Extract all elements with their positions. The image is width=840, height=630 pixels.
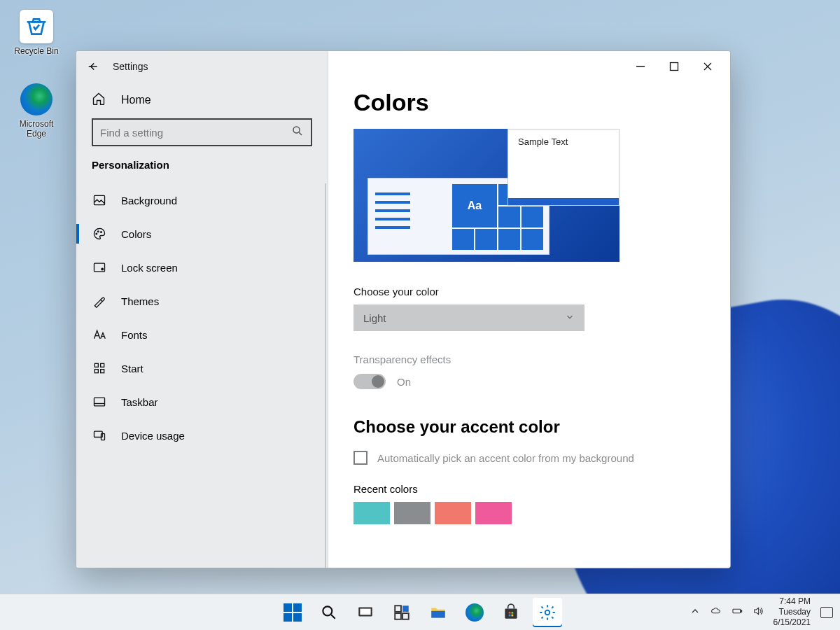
transparency-toggle[interactable] <box>354 374 386 389</box>
sidebar-item-lock-screen[interactable]: Lock screen <box>76 251 328 284</box>
battery-icon[interactable] <box>732 606 743 619</box>
auto-pick-accent-checkbox-row[interactable]: Automatically pick an accent color from … <box>354 451 705 465</box>
volume-icon[interactable] <box>752 606 764 619</box>
minimize-button[interactable] <box>635 61 646 72</box>
edge-icon <box>465 603 484 622</box>
file-explorer-button[interactable] <box>424 598 453 627</box>
search-input-wrap[interactable] <box>92 118 312 146</box>
svg-point-6 <box>102 268 104 270</box>
svg-rect-29 <box>733 609 741 612</box>
gear-icon <box>538 603 556 622</box>
svg-rect-5 <box>94 263 105 272</box>
start-icon <box>92 361 107 375</box>
settings-sidebar: Settings Home Personalization Background <box>76 51 328 568</box>
sidebar-item-colors[interactable]: Colors <box>76 217 328 251</box>
maximize-button[interactable] <box>668 61 680 72</box>
svg-rect-25 <box>512 611 514 613</box>
transparency-value: On <box>397 376 411 388</box>
edge-button[interactable] <box>460 598 489 627</box>
sidebar-item-label: Device usage <box>121 430 185 442</box>
recent-color-swatch[interactable] <box>435 502 471 524</box>
page-title: Colors <box>354 89 705 116</box>
settings-window: Settings Home Personalization Background <box>76 50 731 568</box>
desktop-icon-recycle-bin[interactable]: Recycle Bin <box>10 10 63 56</box>
tray-overflow-button[interactable] <box>690 606 701 619</box>
svg-point-15 <box>323 606 332 615</box>
recycle-bin-icon <box>20 10 53 43</box>
svg-rect-1 <box>94 195 105 204</box>
svg-rect-22 <box>431 610 445 617</box>
settings-taskbar-button[interactable] <box>533 598 562 627</box>
preview-tile-aa: Aa <box>452 184 497 227</box>
desktop-icon-label: Microsoft Edge <box>20 119 54 139</box>
recent-color-swatch[interactable] <box>394 502 430 524</box>
color-preview: Aa Sample Text <box>354 129 620 262</box>
desktop-icon-edge[interactable]: Microsoft Edge <box>10 83 63 139</box>
recent-color-swatch[interactable] <box>475 502 512 524</box>
lock-screen-icon <box>92 260 107 274</box>
start-icon <box>284 603 302 622</box>
store-button[interactable] <box>496 598 526 627</box>
taskbar-day: Tuesday <box>774 607 811 617</box>
svg-rect-23 <box>505 608 517 618</box>
sidebar-item-start[interactable]: Start <box>76 351 328 385</box>
choose-color-label: Choose your color <box>354 286 705 298</box>
sidebar-item-fonts[interactable]: Fonts <box>76 318 328 351</box>
sidebar-item-themes[interactable]: Themes <box>76 284 328 318</box>
svg-point-3 <box>98 231 99 232</box>
svg-point-0 <box>293 127 300 133</box>
widgets-icon <box>393 603 411 622</box>
sidebar-item-label: Themes <box>121 295 159 307</box>
device-usage-icon <box>92 428 107 442</box>
sidebar-item-label: Fonts <box>121 329 148 341</box>
colors-icon <box>92 227 107 241</box>
widgets-button[interactable] <box>387 598 416 627</box>
start-button[interactable] <box>278 598 307 627</box>
sidebar-item-label: Start <box>121 363 144 374</box>
sidebar-section-label: Personalization <box>76 159 328 183</box>
choose-color-value: Light <box>363 312 386 324</box>
search-input[interactable] <box>100 127 291 139</box>
store-icon <box>502 603 520 622</box>
auto-pick-accent-checkbox[interactable] <box>354 451 368 465</box>
svg-rect-21 <box>402 613 409 620</box>
edge-icon <box>20 83 53 116</box>
onedrive-icon[interactable] <box>710 606 722 619</box>
taskbar-clock[interactable]: 7:44 PM Tuesday 6/15/2021 <box>774 596 811 628</box>
svg-point-2 <box>96 233 97 234</box>
svg-rect-7 <box>94 363 98 367</box>
sidebar-item-home[interactable]: Home <box>76 82 328 118</box>
svg-point-28 <box>545 610 550 615</box>
sidebar-item-label: Colors <box>121 228 151 240</box>
task-view-button[interactable] <box>351 598 380 627</box>
task-view-icon <box>356 603 374 622</box>
sidebar-scrollbar[interactable] <box>325 183 326 568</box>
search-icon <box>320 603 338 622</box>
sidebar-item-background[interactable]: Background <box>76 183 328 217</box>
recent-color-swatch[interactable] <box>354 502 390 524</box>
recent-colors-label: Recent colors <box>354 483 705 495</box>
svg-rect-17 <box>360 608 370 615</box>
sidebar-item-label: Lock screen <box>121 262 178 274</box>
choose-color-dropdown[interactable]: Light <box>354 304 584 331</box>
taskbar-date: 6/15/2021 <box>774 617 811 628</box>
svg-rect-26 <box>509 614 511 616</box>
back-button[interactable] <box>86 60 99 73</box>
sidebar-item-device-usage[interactable]: Device usage <box>76 419 328 452</box>
svg-rect-19 <box>402 606 409 612</box>
search-icon <box>291 125 304 140</box>
svg-rect-20 <box>395 613 401 620</box>
system-tray: 7:44 PM Tuesday 6/15/2021 <box>690 596 833 628</box>
svg-rect-30 <box>741 610 741 612</box>
close-button[interactable] <box>702 61 713 72</box>
taskbar-search-button[interactable] <box>314 598 344 627</box>
notifications-button[interactable] <box>820 607 833 618</box>
sidebar-item-label: Background <box>121 195 177 206</box>
svg-point-4 <box>101 232 102 233</box>
sidebar-item-taskbar[interactable]: Taskbar <box>76 385 328 419</box>
svg-rect-8 <box>101 363 104 367</box>
transparency-label: Transparency effects <box>354 354 705 365</box>
svg-rect-14 <box>671 63 678 71</box>
desktop-icon-label: Recycle Bin <box>14 46 58 56</box>
chevron-down-icon <box>565 312 575 324</box>
